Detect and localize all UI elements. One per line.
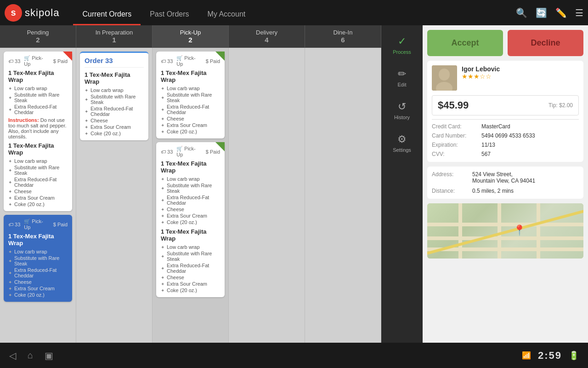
home-icon[interactable]: ⌂ xyxy=(28,350,33,361)
map-road xyxy=(498,203,501,259)
edit-icon[interactable]: ✏️ xyxy=(555,7,567,18)
tab-current-orders[interactable]: Current Orders xyxy=(73,10,141,25)
address-value: 524 View Street, Mountain View, CA 94041 xyxy=(472,171,579,184)
nav-tabs: Current Orders Past Orders My Account xyxy=(73,0,516,25)
back-icon[interactable]: ◁ xyxy=(9,350,16,361)
modifier: ✦ Coke (20 oz.) xyxy=(85,130,144,137)
modifier: ✦ Extra Reduced-Fat Cheddar xyxy=(161,262,220,274)
decline-button[interactable]: Decline xyxy=(508,30,583,56)
sidebar-item-settings[interactable]: ⚙ Settings xyxy=(381,128,423,158)
address-grid: Address: 524 View Street, Mountain View,… xyxy=(432,171,579,194)
order-num-badge: 🏷 33 xyxy=(161,58,173,64)
sidebar-item-label: History xyxy=(394,115,410,120)
modifier: ✦ Low carb wrap xyxy=(85,87,144,93)
order-num-badge: 🏷 33 xyxy=(161,149,173,155)
pencil-icon: ✏ xyxy=(398,68,406,80)
gear-icon: ⚙ xyxy=(397,133,407,145)
map-road xyxy=(458,203,462,259)
refresh-icon[interactable]: 🔄 xyxy=(536,7,547,18)
modifier: ✦ Extra Reduced-Fat Cheddar xyxy=(85,105,144,117)
modifier: ✦ Extra Reduced-Fat Cheddar xyxy=(8,267,68,279)
modifier: ✦ Low carb wrap xyxy=(161,176,220,182)
customer-section: Igor Lebovic ★★★☆☆ $45.99 Tip: $2.00 Cre… xyxy=(427,61,583,162)
modifier: ✦ Cheese xyxy=(8,279,68,285)
order-card[interactable]: 🏷 33 🛒 Pick-Up $ Paid 1 Tex-Mex Fajita W… xyxy=(4,52,72,211)
modifier: ✦ Low carb wrap xyxy=(8,158,68,164)
map-road xyxy=(537,203,540,259)
modifier: ✦ Cheese xyxy=(161,206,220,213)
card-header: 🏷 33 🛒 Pick-Up $ Paid xyxy=(8,55,68,67)
main-layout: Pending 2 In Preparation 1 Pick-Up 2 Del… xyxy=(0,25,588,368)
pickup-card-2[interactable]: 🏷 33 🛒 Pick-Up $ Paid 1 Tex-Mex Fajita W… xyxy=(156,142,225,297)
pickup-card-1[interactable]: 🏷 33 🛒 Pick-Up $ Paid 1 Tex-Mex Fajita W… xyxy=(156,52,225,138)
action-buttons: Accept Decline xyxy=(423,25,588,61)
modifier: ✦ Substitute with Rare Steak xyxy=(8,255,68,267)
search-icon[interactable]: 🔍 xyxy=(516,7,527,18)
modifier: ✦ Low carb wrap xyxy=(8,85,68,92)
preparation-column: Order 33 1 Tex-Mex Fajita Wrap ✦ Low car… xyxy=(76,48,153,368)
order33-card[interactable]: Order 33 1 Tex-Mex Fajita Wrap ✦ Low car… xyxy=(80,52,148,140)
credit-card-label: Credit Card: xyxy=(432,123,478,130)
customer-info: Igor Lebovic ★★★☆☆ xyxy=(462,65,579,80)
card-number-label: Card Number: xyxy=(432,132,478,139)
pickup-badge: 🛒 Pick-Up xyxy=(24,55,50,67)
card-header: 🏷 33 🛒 Pick-Up $ Paid xyxy=(161,146,220,157)
logo-text: skipola xyxy=(25,7,59,19)
modifier: ✦ Extra Sour Cream xyxy=(161,213,220,219)
order-card-selected[interactable]: 🏷 33 🛒 Pick-Up $ Paid 1 Tex-Mex Fajita W… xyxy=(4,215,72,302)
sidebar-item-process[interactable]: ✓ Process xyxy=(381,30,423,60)
pickup-badge: 🛒 Pick-Up xyxy=(176,55,202,67)
col-header-delivery[interactable]: Delivery 4 xyxy=(229,25,305,47)
price-amount: $45.99 xyxy=(438,99,469,111)
item-title: 1 Tex-Mex Fajita Wrap xyxy=(8,69,68,83)
card-header: 🏷 33 🛒 Pick-Up $ Paid xyxy=(161,55,220,67)
col-header-dinein[interactable]: Dine-In 6 xyxy=(305,25,381,47)
svg-point-1 xyxy=(439,69,450,80)
customer-name: Igor Lebovic xyxy=(462,65,579,73)
delivery-column xyxy=(229,48,305,368)
pickup-column: 🏷 33 🛒 Pick-Up $ Paid 1 Tex-Mex Fajita W… xyxy=(153,48,229,368)
pickup-badge: 🛒 Pick-Up xyxy=(176,146,202,157)
tab-my-account[interactable]: My Account xyxy=(198,10,255,25)
col-header-preparation[interactable]: In Preparation 1 xyxy=(76,25,153,47)
sidebar-item-history[interactable]: ↺ History xyxy=(381,95,423,126)
modifier: ✦ Substitute with Rare Steak xyxy=(8,164,68,176)
modifier: ✦ Substitute with Rare Steak xyxy=(85,93,144,105)
modifier: ✦ Extra Sour Cream xyxy=(85,124,144,130)
distance-value: 0.5 miles, 2 mins xyxy=(472,188,579,194)
wifi-icon: 📶 xyxy=(522,351,531,360)
modifier: ✦ Cheese xyxy=(161,115,220,122)
modifier: ✦ Extra Sour Cream xyxy=(8,285,68,292)
modifier: ✦ Low carb wrap xyxy=(161,85,220,92)
modifier: ✦ Substitute with Rare Steak xyxy=(161,92,220,104)
col-header-pickup[interactable]: Pick-Up 2 xyxy=(153,25,229,47)
pending-column: 🏷 33 🛒 Pick-Up $ Paid 1 Tex-Mex Fajita W… xyxy=(0,48,76,368)
cvv-value: 567 xyxy=(481,151,579,157)
recents-icon[interactable]: ▣ xyxy=(45,350,53,361)
columns-content: 🏷 33 🛒 Pick-Up $ Paid 1 Tex-Mex Fajita W… xyxy=(0,48,381,368)
sidebar-item-label: Edit xyxy=(398,82,407,87)
item-title: 1 Tex-Mex Fajita Wrap xyxy=(161,69,220,83)
modifier: ✦ Extra Sour Cream xyxy=(161,281,220,287)
time-display: 2:59 xyxy=(538,350,562,362)
menu-icon[interactable]: ☰ xyxy=(575,7,583,18)
item-title: 1 Tex-Mex Fajita Wrap xyxy=(161,160,220,174)
pickup-badge: 🛒 Pick-Up xyxy=(24,218,50,230)
modifier: ✦ Coke (20 oz.) xyxy=(8,201,68,207)
column-headers: Pending 2 In Preparation 1 Pick-Up 2 Del… xyxy=(0,25,381,48)
modifier: ✦ Substitute with Rare Steak xyxy=(161,250,220,262)
tab-past-orders[interactable]: Past Orders xyxy=(141,10,198,25)
map-placeholder: 📍 xyxy=(427,203,583,259)
modifier: ✦ Extra Sour Cream xyxy=(161,122,220,128)
modifier: ✦ Cheese xyxy=(85,117,144,124)
col-header-pending[interactable]: Pending 2 xyxy=(0,25,76,47)
history-icon: ↺ xyxy=(398,101,406,113)
avatar-placeholder xyxy=(432,65,457,91)
detail-panel: Accept Decline Igor Lebovic xyxy=(423,25,588,368)
bottom-nav-icons: ◁ ⌂ ▣ xyxy=(9,350,53,361)
modifier: ✦ Coke (20 oz.) xyxy=(161,128,220,135)
accept-button[interactable]: Accept xyxy=(427,30,503,56)
divider xyxy=(432,119,579,120)
logo: s skipola xyxy=(5,4,59,22)
sidebar-item-edit[interactable]: ✏ Edit xyxy=(381,63,423,93)
